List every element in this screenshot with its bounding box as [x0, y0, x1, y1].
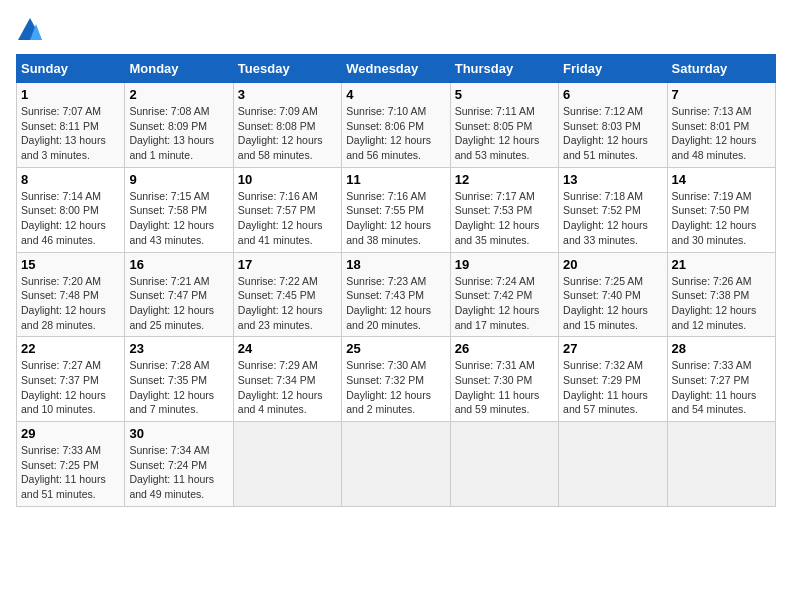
- calendar-cell: 25 Sunrise: 7:30 AMSunset: 7:32 PMDaylig…: [342, 337, 450, 422]
- day-number: 24: [238, 341, 337, 356]
- day-number: 30: [129, 426, 228, 441]
- calendar-cell: [233, 422, 341, 507]
- calendar-week-row: 15 Sunrise: 7:20 AMSunset: 7:48 PMDaylig…: [17, 252, 776, 337]
- calendar-cell: 3 Sunrise: 7:09 AMSunset: 8:08 PMDayligh…: [233, 83, 341, 168]
- day-number: 15: [21, 257, 120, 272]
- day-detail: Sunrise: 7:29 AMSunset: 7:34 PMDaylight:…: [238, 359, 323, 415]
- calendar-cell: 9 Sunrise: 7:15 AMSunset: 7:58 PMDayligh…: [125, 167, 233, 252]
- calendar-cell: [450, 422, 558, 507]
- day-detail: Sunrise: 7:18 AMSunset: 7:52 PMDaylight:…: [563, 190, 648, 246]
- day-number: 4: [346, 87, 445, 102]
- header-day-monday: Monday: [125, 55, 233, 83]
- logo: [16, 16, 46, 44]
- day-detail: Sunrise: 7:11 AMSunset: 8:05 PMDaylight:…: [455, 105, 540, 161]
- day-number: 12: [455, 172, 554, 187]
- calendar-cell: 12 Sunrise: 7:17 AMSunset: 7:53 PMDaylig…: [450, 167, 558, 252]
- calendar-cell: 24 Sunrise: 7:29 AMSunset: 7:34 PMDaylig…: [233, 337, 341, 422]
- header-day-tuesday: Tuesday: [233, 55, 341, 83]
- calendar-cell: 22 Sunrise: 7:27 AMSunset: 7:37 PMDaylig…: [17, 337, 125, 422]
- day-detail: Sunrise: 7:16 AMSunset: 7:57 PMDaylight:…: [238, 190, 323, 246]
- calendar-cell: 6 Sunrise: 7:12 AMSunset: 8:03 PMDayligh…: [559, 83, 667, 168]
- day-detail: Sunrise: 7:08 AMSunset: 8:09 PMDaylight:…: [129, 105, 214, 161]
- calendar-week-row: 29 Sunrise: 7:33 AMSunset: 7:25 PMDaylig…: [17, 422, 776, 507]
- day-number: 13: [563, 172, 662, 187]
- day-detail: Sunrise: 7:09 AMSunset: 8:08 PMDaylight:…: [238, 105, 323, 161]
- day-detail: Sunrise: 7:23 AMSunset: 7:43 PMDaylight:…: [346, 275, 431, 331]
- page-header: [16, 16, 776, 44]
- day-number: 9: [129, 172, 228, 187]
- day-number: 27: [563, 341, 662, 356]
- calendar-cell: [342, 422, 450, 507]
- calendar-cell: 23 Sunrise: 7:28 AMSunset: 7:35 PMDaylig…: [125, 337, 233, 422]
- calendar-cell: 8 Sunrise: 7:14 AMSunset: 8:00 PMDayligh…: [17, 167, 125, 252]
- calendar-cell: [667, 422, 775, 507]
- day-detail: Sunrise: 7:28 AMSunset: 7:35 PMDaylight:…: [129, 359, 214, 415]
- calendar-cell: 18 Sunrise: 7:23 AMSunset: 7:43 PMDaylig…: [342, 252, 450, 337]
- day-number: 28: [672, 341, 771, 356]
- calendar-week-row: 22 Sunrise: 7:27 AMSunset: 7:37 PMDaylig…: [17, 337, 776, 422]
- calendar-cell: 13 Sunrise: 7:18 AMSunset: 7:52 PMDaylig…: [559, 167, 667, 252]
- day-number: 3: [238, 87, 337, 102]
- day-detail: Sunrise: 7:22 AMSunset: 7:45 PMDaylight:…: [238, 275, 323, 331]
- day-number: 11: [346, 172, 445, 187]
- calendar-table: SundayMondayTuesdayWednesdayThursdayFrid…: [16, 54, 776, 507]
- day-number: 5: [455, 87, 554, 102]
- day-number: 2: [129, 87, 228, 102]
- day-number: 7: [672, 87, 771, 102]
- day-number: 23: [129, 341, 228, 356]
- header-day-wednesday: Wednesday: [342, 55, 450, 83]
- calendar-week-row: 1 Sunrise: 7:07 AMSunset: 8:11 PMDayligh…: [17, 83, 776, 168]
- day-number: 14: [672, 172, 771, 187]
- calendar-cell: 19 Sunrise: 7:24 AMSunset: 7:42 PMDaylig…: [450, 252, 558, 337]
- day-detail: Sunrise: 7:31 AMSunset: 7:30 PMDaylight:…: [455, 359, 540, 415]
- calendar-cell: [559, 422, 667, 507]
- header-day-friday: Friday: [559, 55, 667, 83]
- day-detail: Sunrise: 7:19 AMSunset: 7:50 PMDaylight:…: [672, 190, 757, 246]
- calendar-week-row: 8 Sunrise: 7:14 AMSunset: 8:00 PMDayligh…: [17, 167, 776, 252]
- day-detail: Sunrise: 7:15 AMSunset: 7:58 PMDaylight:…: [129, 190, 214, 246]
- day-detail: Sunrise: 7:21 AMSunset: 7:47 PMDaylight:…: [129, 275, 214, 331]
- calendar-cell: 7 Sunrise: 7:13 AMSunset: 8:01 PMDayligh…: [667, 83, 775, 168]
- calendar-cell: 15 Sunrise: 7:20 AMSunset: 7:48 PMDaylig…: [17, 252, 125, 337]
- day-detail: Sunrise: 7:27 AMSunset: 7:37 PMDaylight:…: [21, 359, 106, 415]
- calendar-cell: 30 Sunrise: 7:34 AMSunset: 7:24 PMDaylig…: [125, 422, 233, 507]
- calendar-cell: 27 Sunrise: 7:32 AMSunset: 7:29 PMDaylig…: [559, 337, 667, 422]
- day-number: 6: [563, 87, 662, 102]
- day-number: 29: [21, 426, 120, 441]
- day-detail: Sunrise: 7:33 AMSunset: 7:25 PMDaylight:…: [21, 444, 106, 500]
- calendar-cell: 14 Sunrise: 7:19 AMSunset: 7:50 PMDaylig…: [667, 167, 775, 252]
- day-number: 10: [238, 172, 337, 187]
- day-detail: Sunrise: 7:24 AMSunset: 7:42 PMDaylight:…: [455, 275, 540, 331]
- day-detail: Sunrise: 7:17 AMSunset: 7:53 PMDaylight:…: [455, 190, 540, 246]
- calendar-cell: 21 Sunrise: 7:26 AMSunset: 7:38 PMDaylig…: [667, 252, 775, 337]
- day-detail: Sunrise: 7:30 AMSunset: 7:32 PMDaylight:…: [346, 359, 431, 415]
- header-day-sunday: Sunday: [17, 55, 125, 83]
- calendar-cell: 1 Sunrise: 7:07 AMSunset: 8:11 PMDayligh…: [17, 83, 125, 168]
- day-detail: Sunrise: 7:10 AMSunset: 8:06 PMDaylight:…: [346, 105, 431, 161]
- day-detail: Sunrise: 7:13 AMSunset: 8:01 PMDaylight:…: [672, 105, 757, 161]
- header-day-thursday: Thursday: [450, 55, 558, 83]
- header-day-saturday: Saturday: [667, 55, 775, 83]
- day-number: 20: [563, 257, 662, 272]
- calendar-cell: 29 Sunrise: 7:33 AMSunset: 7:25 PMDaylig…: [17, 422, 125, 507]
- logo-icon: [16, 16, 44, 44]
- day-detail: Sunrise: 7:33 AMSunset: 7:27 PMDaylight:…: [672, 359, 757, 415]
- calendar-cell: 4 Sunrise: 7:10 AMSunset: 8:06 PMDayligh…: [342, 83, 450, 168]
- calendar-cell: 2 Sunrise: 7:08 AMSunset: 8:09 PMDayligh…: [125, 83, 233, 168]
- day-detail: Sunrise: 7:14 AMSunset: 8:00 PMDaylight:…: [21, 190, 106, 246]
- day-detail: Sunrise: 7:34 AMSunset: 7:24 PMDaylight:…: [129, 444, 214, 500]
- day-number: 21: [672, 257, 771, 272]
- day-number: 26: [455, 341, 554, 356]
- day-detail: Sunrise: 7:07 AMSunset: 8:11 PMDaylight:…: [21, 105, 106, 161]
- day-number: 1: [21, 87, 120, 102]
- day-number: 16: [129, 257, 228, 272]
- day-detail: Sunrise: 7:16 AMSunset: 7:55 PMDaylight:…: [346, 190, 431, 246]
- calendar-cell: 16 Sunrise: 7:21 AMSunset: 7:47 PMDaylig…: [125, 252, 233, 337]
- day-number: 19: [455, 257, 554, 272]
- day-number: 22: [21, 341, 120, 356]
- calendar-body: 1 Sunrise: 7:07 AMSunset: 8:11 PMDayligh…: [17, 83, 776, 507]
- day-detail: Sunrise: 7:12 AMSunset: 8:03 PMDaylight:…: [563, 105, 648, 161]
- calendar-cell: 17 Sunrise: 7:22 AMSunset: 7:45 PMDaylig…: [233, 252, 341, 337]
- calendar-cell: 11 Sunrise: 7:16 AMSunset: 7:55 PMDaylig…: [342, 167, 450, 252]
- day-detail: Sunrise: 7:32 AMSunset: 7:29 PMDaylight:…: [563, 359, 648, 415]
